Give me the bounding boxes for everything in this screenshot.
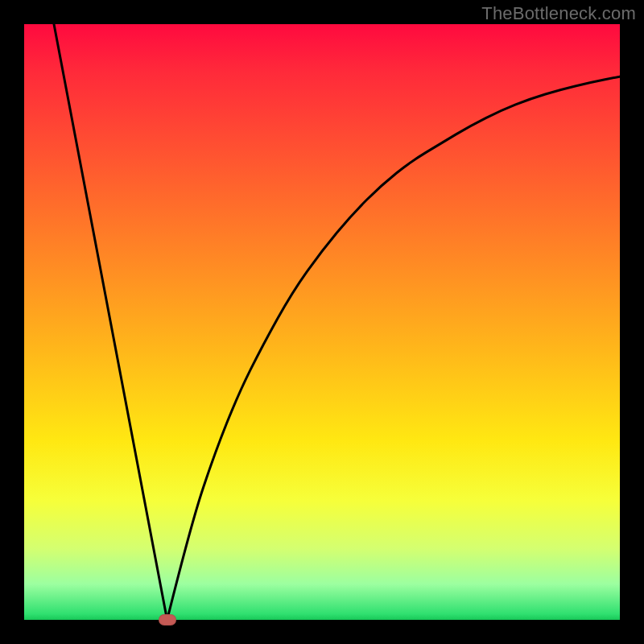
chart-frame: TheBottleneck.com <box>0 0 644 644</box>
curve-layer <box>24 24 620 620</box>
plot-area <box>24 24 620 620</box>
minimum-marker <box>159 614 176 625</box>
left-slope-path <box>54 24 167 620</box>
right-curve-path <box>167 76 620 620</box>
watermark-text: TheBottleneck.com <box>481 3 636 24</box>
